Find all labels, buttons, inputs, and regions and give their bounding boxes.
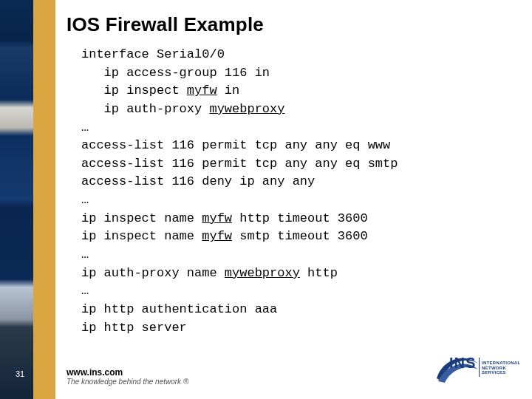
code-line: access-list 116 permit tcp any any eq ww… <box>81 138 390 152</box>
logo-divider <box>479 358 480 377</box>
footer-tagline: The knowledge behind the network ® <box>66 378 188 386</box>
code-line: interface Serial0/0 <box>81 47 225 61</box>
code-line: ip access-group 116 in <box>81 66 270 80</box>
code-line: … <box>81 284 89 298</box>
code-block: interface Serial0/0 ip access-group 116 … <box>81 46 398 337</box>
page-number: 31 <box>13 369 27 378</box>
code-line: access-list 116 permit tcp any any eq sm… <box>81 157 398 171</box>
ins-logo: INS INTERNATIONAL NETWORK SERVICES <box>436 350 517 386</box>
slide-title: IOS Firewall Example <box>66 13 264 36</box>
code-line: … <box>81 120 89 134</box>
footer: www.ins.com The knowledge behind the net… <box>66 367 188 386</box>
code-line: access-list 116 deny ip any any <box>81 174 315 188</box>
code-line: ip inspect name myfw smtp timeout 3600 <box>81 229 368 243</box>
footer-url: www.ins.com <box>66 367 188 378</box>
code-line: ip auth-proxy name mywebproxy http <box>81 266 338 280</box>
code-line: ip http server <box>81 321 187 335</box>
code-line: ip inspect myfw in <box>81 83 239 98</box>
sidebar-gold-bar <box>33 0 55 399</box>
code-line: ip auth-proxy mywebproxy <box>81 102 284 116</box>
code-line: ip http authentication aaa <box>81 302 277 316</box>
logo-subtext: INTERNATIONAL NETWORK SERVICES <box>482 361 520 375</box>
sidebar-photo-strip <box>0 0 37 399</box>
code-line: ip inspect name myfw http timeout 3600 <box>81 211 368 225</box>
logo-text: INS <box>449 355 476 372</box>
code-line: … <box>81 193 89 207</box>
sidebar-collage <box>0 0 37 399</box>
code-line: … <box>81 248 89 262</box>
